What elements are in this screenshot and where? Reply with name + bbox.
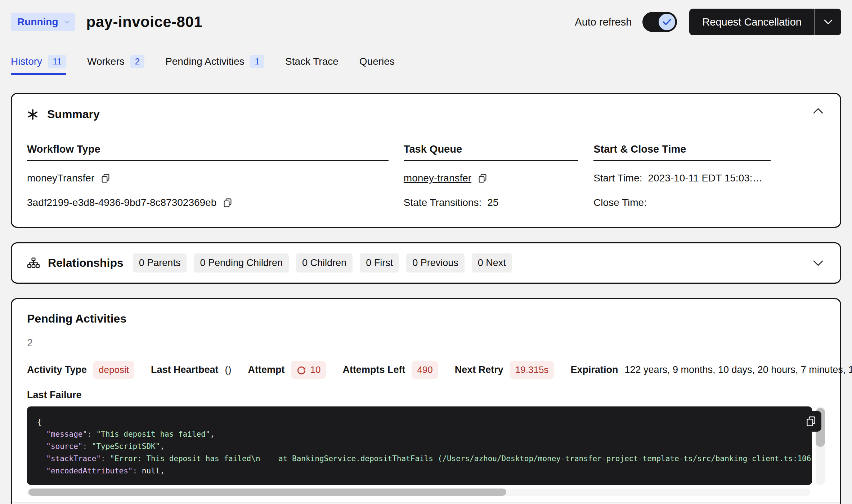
copy-icon — [477, 173, 488, 184]
relationships-tree-icon — [27, 257, 40, 269]
start-close-time-header: Start & Close Time — [593, 143, 771, 161]
relationships-card: Relationships 0 Parents 0 Pending Childr… — [11, 242, 841, 284]
attempt-value: 10 — [310, 364, 320, 375]
workflow-type-value: moneyTransfer — [27, 172, 94, 184]
last-heartbeat-label: Last Heartbeat — [151, 364, 219, 375]
retry-icon — [296, 365, 306, 375]
code-horizontal-scrollbar-thumb[interactable] — [28, 489, 506, 496]
summary-card: Summary Workflow Type moneyTransfer 3adf… — [11, 93, 841, 228]
tab-count-badge: 11 — [48, 55, 66, 68]
tab-queries[interactable]: Queries — [359, 56, 395, 69]
last-failure-code: { "message": "This deposit has failed", … — [27, 406, 812, 485]
auto-refresh-label: Auto refresh — [575, 16, 632, 28]
tab-pending-activities[interactable]: Pending Activities 1 — [165, 55, 264, 70]
previous-count-badge: 0 Previous — [406, 253, 465, 273]
attempts-left-badge: 490 — [412, 361, 438, 379]
second-activity-divider-strip — [12, 502, 840, 504]
check-icon — [662, 18, 672, 26]
start-close-time-column: Start & Close Time Start Time: 2023-10-1… — [593, 143, 771, 210]
task-queue-header: Task Queue — [404, 143, 578, 161]
activity-type-label: Activity Type — [27, 364, 87, 375]
workflow-type-column: Workflow Type moneyTransfer 3adf2199-e3d… — [27, 143, 389, 210]
attempt-badge: 10 — [291, 361, 326, 379]
task-queue-link[interactable]: money-transfer — [404, 172, 471, 184]
task-queue-column: Task Queue money-transfer State Transiti… — [404, 143, 578, 210]
toggle-knob — [659, 14, 675, 30]
next-retry-label: Next Retry — [455, 364, 503, 375]
attempts-left-label: Attempts Left — [342, 364, 405, 375]
code-horizontal-scrollbar[interactable] — [27, 489, 811, 496]
state-transitions-value: 25 — [487, 197, 498, 208]
parents-count-badge: 0 Parents — [133, 253, 187, 273]
copy-run-id-button[interactable] — [222, 197, 233, 208]
summary-asterisk-icon — [27, 109, 39, 120]
state-transitions-label: State Transitions: — [404, 197, 481, 208]
status-chevron-down-icon — [64, 20, 70, 24]
auto-refresh-toggle[interactable] — [642, 12, 677, 32]
pending-activities-title: Pending Activities — [27, 312, 825, 325]
tab-label: Workers — [87, 56, 125, 67]
relationships-expand-chevron-down-icon[interactable] — [813, 260, 824, 266]
tab-history[interactable]: History 11 — [11, 55, 66, 70]
tab-stack-trace[interactable]: Stack Trace — [285, 56, 338, 69]
expiration-label: Expiration — [570, 364, 618, 375]
run-id-value: 3adf2199-e3d8-4936-9bd7-8c87302369eb — [27, 197, 216, 208]
attempt-label: Attempt — [248, 364, 284, 375]
relationships-title: Relationships — [48, 256, 124, 270]
cancellation-menu-button[interactable] — [815, 9, 841, 35]
page-title: pay-invoice-801 — [86, 13, 203, 31]
status-label: Running — [17, 16, 58, 28]
last-failure-code-wrap: { "message": "This deposit has failed", … — [27, 406, 825, 485]
first-count-badge: 0 First — [360, 253, 399, 273]
tab-workers[interactable]: Workers 2 — [87, 55, 144, 70]
tab-label: Pending Activities — [165, 56, 244, 67]
tab-count-badge: 2 — [130, 55, 144, 68]
pending-activities-card: Pending Activities 2 Activity Type depos… — [11, 298, 841, 504]
request-cancellation-button[interactable]: Request Cancellation — [689, 9, 815, 35]
summary-title: Summary — [47, 108, 100, 121]
copy-task-queue-button[interactable] — [477, 173, 488, 184]
close-time-label: Close Time: — [593, 197, 647, 208]
children-count-badge: 0 Children — [296, 253, 353, 273]
pending-children-count-badge: 0 Pending Children — [194, 253, 289, 273]
tab-label: Stack Trace — [285, 56, 338, 67]
tab-label: History — [11, 56, 42, 67]
copy-icon — [222, 197, 233, 208]
copy-failure-json-button[interactable] — [801, 411, 821, 432]
workflow-status-badge[interactable]: Running — [11, 13, 75, 31]
expiration-value: 122 years, 9 months, 10 days, 20 hours, … — [624, 364, 852, 375]
top-bar: Running pay-invoice-801 Auto refresh Req… — [11, 0, 841, 35]
start-time-value: 2023-10-11 EDT 15:03:… — [648, 172, 763, 184]
copy-icon — [805, 415, 817, 427]
last-heartbeat-value: () — [225, 364, 231, 375]
tab-count-badge: 1 — [250, 55, 264, 68]
pending-activities-count: 2 — [27, 337, 825, 349]
summary-collapse-chevron-up-icon[interactable] — [813, 108, 824, 114]
tab-label: Queries — [359, 56, 395, 67]
copy-workflow-type-button[interactable] — [100, 173, 111, 184]
start-time-label: Start Time: — [593, 172, 642, 184]
last-failure-label: Last Failure — [27, 390, 825, 401]
pending-activity-stats-row: Activity Type deposit Last Heartbeat () … — [27, 361, 825, 379]
copy-icon — [100, 173, 111, 184]
chevron-down-icon — [824, 19, 833, 25]
request-cancellation-split-button: Request Cancellation — [689, 9, 841, 35]
next-count-badge: 0 Next — [472, 253, 512, 273]
next-retry-badge: 19.315s — [510, 361, 554, 379]
workflow-type-header: Workflow Type — [27, 143, 389, 161]
tab-bar: History 11 Workers 2 Pending Activities … — [11, 55, 841, 70]
activity-type-badge: deposit — [93, 361, 134, 379]
